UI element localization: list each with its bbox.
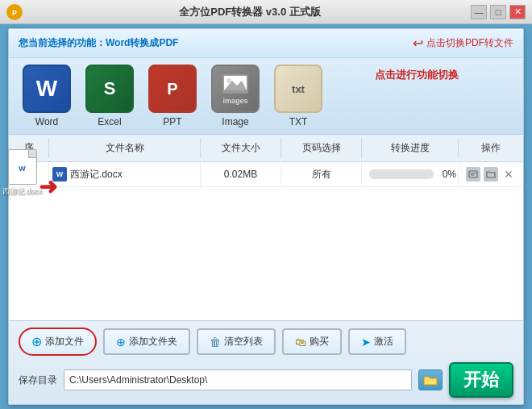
function-prefix: 您当前选择的功能： — [19, 37, 106, 48]
table-row: 1 W 西游记.docx 0.02MB 所有 0% — [9, 162, 523, 187]
col-pages: 页码选择 — [281, 138, 362, 158]
image-icon: images — [211, 65, 260, 113]
image-label: Image — [222, 116, 248, 127]
add-folder-label: 添加文件夹 — [129, 335, 177, 348]
desktop-file: W 西游记.docx — [0, 149, 44, 197]
ppt-label: PPT — [163, 116, 181, 127]
start-label: 开始 — [463, 368, 499, 392]
txt-icon: txt — [274, 65, 322, 113]
excel-icon: S — [85, 65, 134, 113]
add-file-button[interactable]: ⊕ 添加文件 — [19, 328, 97, 356]
current-function: 您当前选择的功能：Word转换成PDF — [19, 36, 178, 50]
col-action: 操作 — [459, 138, 523, 158]
ppt-icon: P — [148, 65, 197, 113]
svg-point-5 — [227, 78, 231, 83]
add-folder-button[interactable]: ⊕ 添加文件夹 — [103, 328, 190, 355]
col-filename: 文件名称 — [49, 138, 201, 158]
function-name: Word转换成PDF — [106, 37, 178, 48]
restore-button[interactable]: □ — [490, 5, 506, 19]
buy-label: 购买 — [310, 335, 329, 348]
table-header: 序 文件名称 文件大小 页码选择 转换进度 操作 — [9, 135, 523, 162]
main-window: 您当前选择的功能：Word转换成PDF ↩ 点击切换PDF转文件 W Word — [8, 28, 524, 405]
save-path-input[interactable] — [64, 369, 412, 390]
col-progress: 转换进度 — [362, 138, 459, 158]
row-pages: 所有 — [281, 163, 362, 186]
row-filename: 西游记.docx — [70, 168, 123, 182]
row-filename-cell: W 西游记.docx — [49, 162, 201, 186]
buy-button[interactable]: 🛍 购买 — [282, 328, 342, 355]
tool-txt[interactable]: txt TXT — [270, 65, 326, 127]
tool-word[interactable]: W Word — [19, 65, 75, 127]
save-dir-label: 保存目录 — [19, 374, 57, 387]
row-size: 0.02MB — [201, 164, 281, 185]
switch-function-annotation: 点击进行功能切换 — [375, 68, 459, 82]
title-text: 全方位PDF转换器 v3.0 正式版 — [29, 5, 471, 19]
switch-label: 点击切换PDF转文件 — [426, 36, 513, 50]
svg-text:P: P — [12, 9, 17, 17]
file-fold — [28, 150, 36, 158]
save-row: 保存目录 开始 — [19, 362, 513, 398]
add-file-label: 添加文件 — [45, 335, 84, 348]
tools-row: W Word S Excel P PPT — [9, 58, 523, 135]
remove-icon[interactable]: ✕ — [501, 167, 516, 182]
table-body: 1 W 西游记.docx 0.02MB 所有 0% — [9, 162, 523, 320]
folder-icon[interactable] — [484, 167, 498, 182]
tool-ppt[interactable]: P PPT — [144, 65, 201, 127]
browse-folder-button[interactable] — [418, 369, 443, 390]
preview-icon[interactable] — [466, 167, 480, 182]
row-progress-cell: 0% — [362, 164, 459, 185]
top-bar: 您当前选择的功能：Word转换成PDF ↩ 点击切换PDF转文件 — [9, 29, 523, 58]
activate-button[interactable]: ➤ 激活 — [348, 328, 406, 355]
tool-image[interactable]: images Image — [207, 65, 264, 127]
add-file-icon: ⊕ — [31, 334, 42, 349]
drag-arrow: ➜ — [39, 173, 57, 200]
action-btn-row: ⊕ 添加文件 ⊕ 添加文件夹 🗑 清空列表 🛍 购买 ➤ 激活 — [19, 328, 513, 356]
txt-label: TXT — [289, 116, 308, 127]
title-bar: P 全方位PDF转换器 v3.0 正式版 — □ ✕ — [0, 0, 532, 24]
col-size: 文件大小 — [201, 138, 281, 158]
progress-text: 0% — [443, 169, 456, 180]
app-icon: P — [6, 4, 23, 20]
action-icons: ✕ — [460, 167, 522, 182]
tool-excel[interactable]: S Excel — [81, 65, 138, 127]
window-controls: — □ ✕ — [471, 5, 526, 19]
buy-icon: 🛍 — [295, 336, 306, 348]
progress-bar-container — [369, 169, 434, 179]
desktop-file-icon: W — [8, 149, 37, 185]
clear-icon: 🗑 — [210, 336, 221, 348]
word-label: Word — [35, 116, 58, 127]
minimize-button[interactable]: — — [471, 5, 487, 19]
activate-label: 激活 — [374, 335, 393, 348]
file-area: 序 文件名称 文件大小 页码选择 转换进度 操作 1 W 西游记.docx 0.… — [9, 135, 523, 320]
switch-arrow-icon: ↩ — [413, 35, 423, 51]
word-icon: W — [23, 65, 71, 113]
activate-icon: ➤ — [361, 336, 371, 348]
row-actions: ✕ — [459, 162, 523, 186]
close-button[interactable]: ✕ — [509, 5, 526, 19]
bottom-bar: ⊕ 添加文件 ⊕ 添加文件夹 🗑 清空列表 🛍 购买 ➤ 激活 — [9, 320, 523, 404]
excel-label: Excel — [98, 116, 121, 127]
clear-list-button[interactable]: 🗑 清空列表 — [197, 328, 276, 355]
svg-rect-6 — [469, 171, 477, 177]
add-folder-icon: ⊕ — [116, 336, 126, 348]
start-button[interactable]: 开始 — [449, 362, 513, 398]
switch-btn[interactable]: ↩ 点击切换PDF转文件 — [413, 35, 513, 51]
clear-list-label: 清空列表 — [224, 335, 263, 348]
desktop-file-label: 西游记.docx — [0, 186, 44, 197]
